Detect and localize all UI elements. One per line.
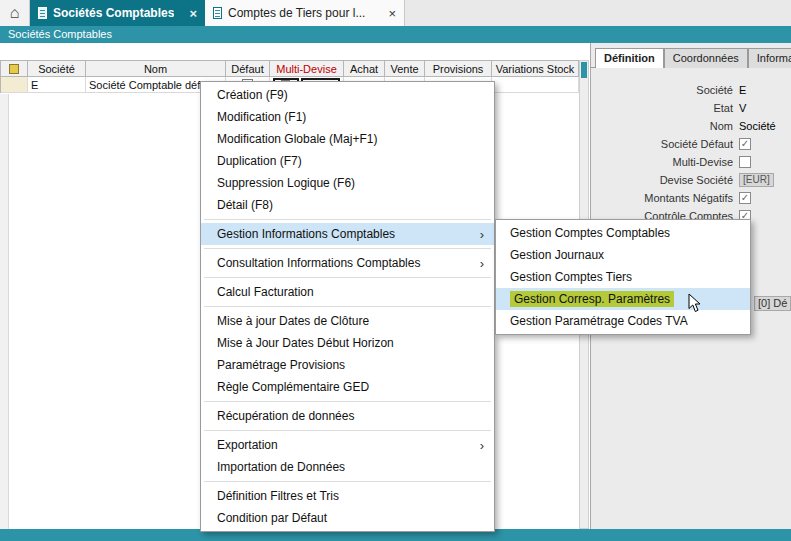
- field-societe-defaut: Société Défaut ✓: [591, 135, 791, 153]
- column-header-nom[interactable]: Nom: [86, 60, 226, 77]
- column-header-provisions[interactable]: Provisions: [425, 60, 492, 77]
- menu-item-mise-a-jour-dates-debut-horizon[interactable]: Mise à Jour Dates Début Horizon: [201, 332, 494, 354]
- menu-item-label: Calcul Facturation: [217, 285, 314, 299]
- column-header-variations-stock[interactable]: Variations Stock: [492, 60, 579, 77]
- menu-item-recuperation-de-donnees[interactable]: Récupération de données: [201, 405, 494, 427]
- menu-separator: [204, 401, 491, 402]
- field-societe: Société E: [591, 81, 791, 99]
- field-label: Etat: [591, 102, 739, 114]
- field-multi-devise: Multi-Devise: [591, 153, 791, 171]
- menu-item-label: Création (F9): [217, 88, 288, 102]
- grid-corner-cell[interactable]: [1, 60, 28, 77]
- context-submenu: Gestion Comptes Comptables Gestion Journ…: [495, 219, 751, 335]
- tab-societes-comptables[interactable]: Sociétés Comptables ×: [30, 0, 205, 26]
- column-header-achat[interactable]: Achat: [344, 60, 385, 77]
- submenu-item-gestion-comptes-tiers[interactable]: Gestion Comptes Tiers: [496, 266, 750, 288]
- menu-item-detail[interactable]: Détail (F8): [201, 194, 494, 216]
- tab-label: Comptes de Tiers pour l...: [228, 6, 365, 20]
- menu-item-modification[interactable]: Modification (F1): [201, 106, 494, 128]
- cell-societe[interactable]: E: [28, 77, 86, 93]
- grid-header-row: Société Nom Défaut Multi-Devise Achat Ve…: [1, 60, 579, 77]
- check-icon: ✓: [741, 139, 749, 149]
- menu-item-modification-globale[interactable]: Modification Globale (Maj+F1): [201, 128, 494, 150]
- tab-definition[interactable]: Définition: [595, 48, 664, 68]
- menu-item-gestion-informations-comptables[interactable]: Gestion Informations Comptables ›: [201, 223, 494, 245]
- field-label: Société Défaut: [591, 138, 739, 150]
- menu-item-label: Suppression Logique (F6): [217, 176, 355, 190]
- submenu-item-gestion-parametrage-codes-tva[interactable]: Gestion Paramétrage Codes TVA: [496, 310, 750, 332]
- menu-item-label: Modification (F1): [217, 110, 306, 124]
- mouse-cursor: [688, 293, 702, 314]
- tab-coordonnees[interactable]: Coordonnées: [664, 48, 748, 68]
- field-devise-societe: Devise Société [EUR]: [591, 171, 791, 189]
- submenu-item-gestion-corresp-parametres[interactable]: Gestion Corresp. Paramètres: [496, 288, 750, 310]
- menu-item-label: Gestion Corresp. Paramètres: [510, 291, 674, 307]
- row-selector-cell[interactable]: [1, 77, 28, 93]
- menu-item-duplication[interactable]: Duplication (F7): [201, 150, 494, 172]
- multi-devise-checkbox[interactable]: [739, 156, 751, 168]
- menu-item-calcul-facturation[interactable]: Calcul Facturation: [201, 281, 494, 303]
- menu-item-creation[interactable]: Création (F9): [201, 84, 494, 106]
- tab-comptes-de-tiers[interactable]: Comptes de Tiers pour l... ×: [205, 0, 405, 26]
- home-button[interactable]: ⌂: [0, 0, 30, 26]
- field-nom: Nom Société: [591, 117, 791, 135]
- menu-item-label: Consultation Informations Comptables: [217, 256, 420, 270]
- menu-item-suppression-logique[interactable]: Suppression Logique (F6): [201, 172, 494, 194]
- field-label: Société: [591, 84, 739, 96]
- menu-item-regle-complementaire-ged[interactable]: Règle Complémentaire GED: [201, 376, 494, 398]
- menu-item-condition-par-defaut[interactable]: Condition par Défaut: [201, 507, 494, 529]
- menu-item-label: Gestion Comptes Comptables: [510, 226, 670, 240]
- menu-item-label: Gestion Paramétrage Codes TVA: [510, 314, 688, 328]
- field-value[interactable]: V: [739, 102, 746, 114]
- field-value[interactable]: E: [739, 84, 746, 96]
- menu-separator: [204, 430, 491, 431]
- title-bar: Sociétés Comptables: [0, 26, 791, 43]
- menu-item-label: Gestion Informations Comptables: [217, 227, 395, 241]
- close-tab-icon[interactable]: ×: [388, 7, 396, 20]
- field-etat: Etat V: [591, 99, 791, 117]
- home-icon: ⌂: [10, 4, 20, 22]
- menu-separator: [204, 481, 491, 482]
- menu-item-importation-de-donnees[interactable]: Importation de Données: [201, 456, 494, 478]
- submenu-item-gestion-journaux[interactable]: Gestion Journaux: [496, 244, 750, 266]
- app-window: ⌂ Sociétés Comptables × Comptes de Tiers…: [0, 0, 791, 541]
- menu-item-definition-filtres-et-tris[interactable]: Définition Filtres et Tris: [201, 485, 494, 507]
- field-montants-negatifs: Montants Négatifs ✓: [591, 189, 791, 207]
- menu-item-label: Paramétrage Provisions: [217, 358, 345, 372]
- menu-item-consultation-informations-comptables[interactable]: Consultation Informations Comptables ›: [201, 252, 494, 274]
- tab-label: Sociétés Comptables: [53, 6, 174, 20]
- document-icon: [213, 7, 222, 19]
- menu-item-label: Condition par Défaut: [217, 511, 327, 525]
- column-header-defaut[interactable]: Défaut: [226, 60, 270, 77]
- montants-negatifs-checkbox[interactable]: ✓: [739, 192, 751, 204]
- clipped-field-value[interactable]: [0] Dé: [754, 296, 791, 311]
- submenu-item-gestion-comptes-comptables[interactable]: Gestion Comptes Comptables: [496, 222, 750, 244]
- cell-variations-stock[interactable]: [492, 77, 579, 93]
- menu-item-label: Mise à Jour Dates Début Horizon: [217, 336, 394, 350]
- menu-item-exportation[interactable]: Exportation ›: [201, 434, 494, 456]
- row-selector-column: [0, 94, 9, 529]
- tab-bar: ⌂ Sociétés Comptables × Comptes de Tiers…: [0, 0, 791, 26]
- column-header-vente[interactable]: Vente: [385, 60, 425, 77]
- menu-separator: [204, 248, 491, 249]
- menu-separator: [204, 219, 491, 220]
- check-icon: ✓: [741, 193, 749, 203]
- context-menu: Création (F9) Modification (F1) Modifica…: [200, 81, 495, 532]
- menu-separator: [204, 277, 491, 278]
- menu-item-label: Gestion Comptes Tiers: [510, 270, 632, 284]
- societe-defaut-checkbox[interactable]: ✓: [739, 138, 751, 150]
- menu-item-label: Duplication (F7): [217, 154, 302, 168]
- menu-item-parametrage-provisions[interactable]: Paramétrage Provisions: [201, 354, 494, 376]
- tab-informations[interactable]: Information: [748, 48, 791, 68]
- menu-item-label: Importation de Données: [217, 460, 345, 474]
- submenu-arrow-icon: ›: [480, 227, 484, 242]
- close-tab-icon[interactable]: ×: [189, 7, 197, 20]
- column-header-societe[interactable]: Société: [28, 60, 86, 77]
- scrollbar-thumb[interactable]: [581, 62, 587, 78]
- menu-item-label: Définition Filtres et Tris: [217, 489, 339, 503]
- field-value[interactable]: Société: [739, 120, 776, 132]
- menu-item-mise-a-jour-dates-cloture[interactable]: Mise à jour Dates de Clôture: [201, 310, 494, 332]
- field-label: Devise Société: [591, 174, 739, 186]
- column-header-multi-devise[interactable]: Multi-Devise: [270, 60, 344, 77]
- devise-chip[interactable]: [EUR]: [739, 173, 774, 187]
